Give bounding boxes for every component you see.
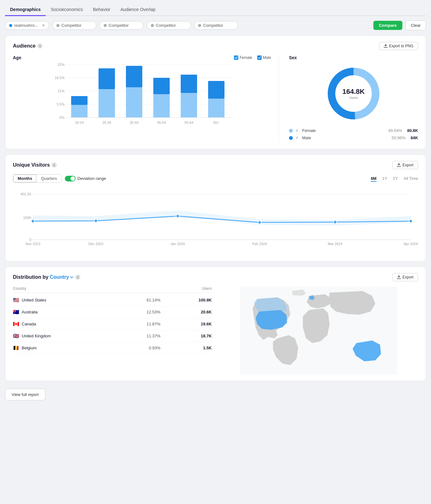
competitor-dot-3 xyxy=(151,24,154,27)
period-toggle-group: Months Quarters xyxy=(13,174,62,183)
table-header: Country Users xyxy=(13,286,212,293)
chevron-down-icon xyxy=(70,275,74,279)
view-full-report-button[interactable]: View full report xyxy=(5,389,45,400)
world-map-svg xyxy=(240,286,397,375)
svg-point-43 xyxy=(334,220,337,224)
svg-text:5.5%: 5.5% xyxy=(57,102,65,106)
competitor-pill-1[interactable]: Competitor xyxy=(52,21,96,30)
audience-export-button[interactable]: Export to PNG xyxy=(379,42,418,50)
svg-text:402.2K: 402.2K xyxy=(20,192,32,196)
time-btn-alltime[interactable]: All Time xyxy=(404,175,418,181)
male-sex-val: 84K xyxy=(411,135,418,140)
tab-audience-overlap[interactable]: Audience Overlap xyxy=(115,4,160,16)
uv-info-icon[interactable]: i xyxy=(52,163,57,168)
uv-card-header: Unique Visitors i Export xyxy=(13,161,418,169)
svg-rect-13 xyxy=(99,89,115,117)
age-bar-chart: 22% 16.5% 11% 5.5% 0% 18-24 25-34 xyxy=(13,61,271,131)
dist-title: Distribution by Country i xyxy=(13,274,80,280)
tab-behavior[interactable]: Behavior xyxy=(88,4,115,16)
svg-text:Jan 2024: Jan 2024 xyxy=(171,242,185,246)
time-btn-2y[interactable]: 2Y xyxy=(393,175,398,181)
svg-text:Mar 2024: Mar 2024 xyxy=(328,242,342,246)
dist-inner: Country Users 🇺🇸 United States 61.14% 10… xyxy=(13,286,418,375)
male-legend-row: ♂ Male 50.96% 84K xyxy=(289,135,418,140)
country-pct: 12.53% xyxy=(114,310,166,314)
clear-button[interactable]: Clear xyxy=(405,20,426,30)
competitor-pill-4[interactable]: Competitor xyxy=(194,21,238,30)
male-sex-pct: 50.96% xyxy=(392,135,405,140)
male-legend-item[interactable]: Male xyxy=(257,55,271,60)
sex-legend: ♀ Female 49.04% 80.8K ♂ Male 50.96% 84K xyxy=(289,128,418,143)
svg-point-39 xyxy=(31,220,35,223)
svg-text:0%: 0% xyxy=(60,116,65,119)
months-toggle[interactable]: Months xyxy=(13,175,37,182)
svg-rect-19 xyxy=(153,94,170,117)
competitor-dot-1 xyxy=(56,24,60,27)
country-name: Australia xyxy=(22,310,114,314)
deviation-toggle[interactable]: Deviation range xyxy=(65,176,106,181)
uv-line-chart: 402.2K 150K 0 Nov 2023 Dec 2023 Jan 2024 xyxy=(13,188,418,254)
competitor-label-2: Competitor xyxy=(109,23,129,28)
competitor-label-1: Competitor xyxy=(61,23,82,28)
age-section: Age Female Male xyxy=(13,55,279,143)
dist-export-icon xyxy=(397,275,401,279)
svg-rect-16 xyxy=(126,87,142,117)
sex-title: Sex xyxy=(289,55,297,60)
top-nav: Demographics Socioeconomics Behavior Aud… xyxy=(5,0,426,16)
table-row: 🇬🇧 United Kingdom 11.37% 18.7K xyxy=(13,330,212,342)
compare-button[interactable]: Compare xyxy=(373,21,402,30)
close-pill-icon[interactable]: ✕ xyxy=(41,23,45,28)
svg-rect-17 xyxy=(126,66,142,87)
active-pill-label: realmushro... xyxy=(14,23,38,28)
audience-card: Audience i Export to PNG Age xyxy=(5,35,426,149)
dist-country-dropdown[interactable]: Country xyxy=(50,274,74,280)
country-users: 19.6K xyxy=(166,322,212,326)
country-pct: 11.37% xyxy=(114,334,166,338)
svg-point-44 xyxy=(409,220,412,223)
svg-rect-20 xyxy=(153,78,170,94)
active-filter-pill[interactable]: realmushro... ✕ xyxy=(5,21,49,30)
competitor-pill-2[interactable]: Competitor xyxy=(99,21,144,30)
country-name: Canada xyxy=(22,322,114,326)
svg-text:65+: 65+ xyxy=(213,121,219,124)
donut-label: Users xyxy=(343,96,365,100)
tab-demographics[interactable]: Demographics xyxy=(5,4,46,16)
svg-point-41 xyxy=(176,215,179,218)
uv-export-button[interactable]: Export xyxy=(392,161,418,169)
svg-rect-22 xyxy=(181,93,197,117)
tab-socioeconomics[interactable]: Socioeconomics xyxy=(46,4,88,16)
country-users: 1.5K xyxy=(166,346,212,350)
svg-text:150K: 150K xyxy=(23,216,31,220)
competitor-pill-3[interactable]: Competitor xyxy=(147,21,191,30)
male-sex-dot xyxy=(289,136,293,140)
distribution-card: Distribution by Country i Export C xyxy=(5,266,426,381)
age-legend: Female Male xyxy=(234,55,271,60)
uv-controls: Months Quarters Deviation range 6M 1Y 2Y… xyxy=(13,174,418,183)
time-btn-1y[interactable]: 1Y xyxy=(382,175,387,181)
country-name: United States xyxy=(22,298,114,302)
svg-text:35-44: 35-44 xyxy=(130,121,139,124)
country-pct: 0.93% xyxy=(114,346,166,350)
quarters-toggle[interactable]: Quarters xyxy=(37,175,61,182)
female-sex-pct: 49.04% xyxy=(388,128,402,133)
deviation-switch[interactable] xyxy=(65,176,76,181)
female-sex-label: Female xyxy=(302,128,386,133)
female-check-icon xyxy=(234,55,238,60)
dist-export-button[interactable]: Export xyxy=(392,273,418,281)
table-row: 🇨🇦 Canada 11.87% 19.6K xyxy=(13,318,212,330)
female-legend-row: ♀ Female 49.04% 80.8K xyxy=(289,128,418,133)
svg-text:Dec 2023: Dec 2023 xyxy=(88,242,103,246)
male-check-icon xyxy=(257,55,262,60)
svg-text:16.5%: 16.5% xyxy=(55,76,65,80)
audience-info-icon[interactable]: i xyxy=(37,43,43,49)
dist-card-header: Distribution by Country i Export xyxy=(13,273,418,281)
svg-text:18-24: 18-24 xyxy=(75,121,84,124)
competitor-label-3: Competitor xyxy=(156,23,176,28)
time-btn-6m[interactable]: 6M xyxy=(371,175,377,182)
time-range-controls: 6M 1Y 2Y All Time xyxy=(371,175,418,182)
sex-section: Sex 164.8K Users xyxy=(279,55,418,143)
female-legend-item[interactable]: Female xyxy=(234,55,252,60)
dist-rows: 🇺🇸 United States 61.14% 100.8K 🇦🇺 Austra… xyxy=(13,294,212,354)
dist-info-icon[interactable]: i xyxy=(75,275,80,280)
uv-title: Unique Visitors xyxy=(13,162,50,168)
